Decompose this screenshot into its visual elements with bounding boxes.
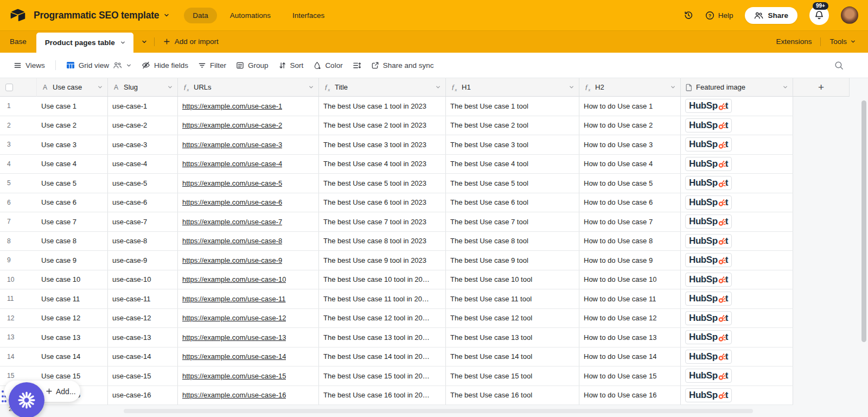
use-case-cell[interactable]: Use case 10 (37, 270, 108, 289)
row-number[interactable]: 10 (0, 270, 37, 289)
h2-cell[interactable]: How to do Use case 7 (579, 212, 681, 231)
slug-cell[interactable]: use-case-2 (108, 116, 178, 135)
slug-cell[interactable]: use-case-3 (108, 135, 178, 154)
url-link[interactable]: https://example.com/use-case-15 (182, 372, 286, 380)
h1-cell[interactable]: The best Use case 15 tool (446, 367, 579, 386)
use-case-cell[interactable]: Use case 1 (37, 97, 108, 116)
column-header-slug[interactable]: ASlug (108, 78, 178, 97)
attachment-thumbnail[interactable]: HubSpt (685, 137, 732, 151)
user-avatar[interactable] (841, 7, 858, 24)
title-cell[interactable]: The best Use case 8 tool in 2023 (319, 232, 446, 251)
featured-image-cell[interactable]: HubSpt (681, 328, 793, 347)
share-button[interactable]: Share (745, 7, 797, 24)
url-link[interactable]: https://example.com/use-case-9 (182, 256, 282, 264)
row-number[interactable]: 7 (0, 212, 37, 231)
slug-cell[interactable]: use-case-12 (108, 309, 178, 328)
url-link[interactable]: https://example.com/use-case-13 (182, 333, 286, 342)
h2-cell[interactable]: How to do Use case 11 (579, 289, 681, 308)
use-case-cell[interactable]: Use case 12 (37, 309, 108, 328)
h1-cell[interactable]: The best Use case 13 tool (446, 328, 579, 347)
h2-cell[interactable]: How to do Use case 16 (579, 386, 681, 405)
row-number[interactable]: 5 (0, 174, 37, 193)
featured-image-cell[interactable]: HubSpt (681, 135, 793, 154)
title-cell[interactable]: The best Use case 3 tool in 2023 (319, 135, 446, 154)
h2-cell[interactable]: How to do Use case 10 (579, 270, 681, 289)
title-cell[interactable]: The best Use case 11 tool in 20… (319, 289, 446, 308)
slug-cell[interactable]: use-case-10 (108, 270, 178, 289)
url-cell[interactable]: https://example.com/use-case-12 (178, 309, 319, 328)
featured-image-cell[interactable]: HubSpt (681, 116, 793, 135)
featured-image-cell[interactable]: HubSpt (681, 386, 793, 405)
h1-cell[interactable]: The best Use case 6 tool (446, 193, 579, 212)
url-cell[interactable]: https://example.com/use-case-2 (178, 116, 319, 135)
url-cell[interactable]: https://example.com/use-case-5 (178, 174, 319, 193)
title-cell[interactable]: The best Use case 15 tool in 20… (319, 367, 446, 386)
h1-cell[interactable]: The best Use case 3 tool (446, 135, 579, 154)
featured-image-cell[interactable]: HubSpt (681, 232, 793, 251)
title-cell[interactable]: The best Use case 5 tool in 2023 (319, 174, 446, 193)
sort-button[interactable]: Sort (273, 58, 309, 73)
attachment-thumbnail[interactable]: HubSpt (685, 214, 732, 229)
use-case-cell[interactable]: Use case 13 (37, 328, 108, 347)
views-sidebar-toggle[interactable]: Views (9, 58, 50, 73)
active-table-tab[interactable]: Product pages table (36, 33, 133, 53)
featured-image-cell[interactable]: HubSpt (681, 367, 793, 386)
hide-fields-button[interactable]: Hide fields (137, 58, 193, 73)
use-case-cell[interactable]: Use case 2 (37, 116, 108, 135)
row-number[interactable]: 11 (0, 289, 37, 308)
use-case-cell[interactable]: Use case 9 (37, 251, 108, 270)
h1-cell[interactable]: The best Use case 11 tool (446, 289, 579, 308)
tab-automations[interactable]: Automations (221, 8, 279, 23)
color-button[interactable]: Color (308, 58, 347, 73)
url-link[interactable]: https://example.com/use-case-5 (182, 179, 282, 187)
h1-cell[interactable]: The best Use case 16 tool (446, 386, 579, 405)
featured-image-cell[interactable]: HubSpt (681, 174, 793, 193)
title-cell[interactable]: The best Use case 10 tool in 20… (319, 270, 446, 289)
attachment-thumbnail[interactable]: HubSpt (685, 369, 732, 383)
title-cell[interactable]: The best Use case 4 tool in 2023 (319, 155, 446, 174)
slug-cell[interactable]: use-case-14 (108, 348, 178, 367)
h2-cell[interactable]: How to do Use case 9 (579, 251, 681, 270)
url-link[interactable]: https://example.com/use-case-4 (182, 160, 282, 168)
url-cell[interactable]: https://example.com/use-case-4 (178, 155, 319, 174)
url-link[interactable]: https://example.com/use-case-1 (182, 102, 282, 110)
h2-cell[interactable]: How to do Use case 1 (579, 97, 681, 116)
h2-cell[interactable]: How to do Use case 14 (579, 348, 681, 367)
base-title[interactable]: Programmatic SEO template (34, 10, 159, 21)
share-and-sync-button[interactable]: Share and sync (366, 58, 439, 73)
filter-button[interactable]: Filter (193, 58, 231, 73)
select-all-checkbox[interactable] (5, 84, 13, 91)
attachment-thumbnail[interactable]: HubSpt (685, 176, 732, 190)
featured-image-cell[interactable]: HubSpt (681, 348, 793, 367)
use-case-cell[interactable]: Use case 5 (37, 174, 108, 193)
slug-cell[interactable]: use-case-4 (108, 155, 178, 174)
h2-cell[interactable]: How to do Use case 4 (579, 155, 681, 174)
h2-cell[interactable]: How to do Use case 2 (579, 116, 681, 135)
slug-cell[interactable]: use-case-8 (108, 232, 178, 251)
attachment-thumbnail[interactable]: HubSpt (685, 350, 732, 364)
attachment-thumbnail[interactable]: HubSpt (685, 157, 732, 171)
url-cell[interactable]: https://example.com/use-case-8 (178, 232, 319, 251)
url-cell[interactable]: https://example.com/use-case-14 (178, 348, 319, 367)
featured-image-cell[interactable]: HubSpt (681, 97, 793, 116)
url-link[interactable]: https://example.com/use-case-16 (182, 391, 286, 399)
h2-cell[interactable]: How to do Use case 15 (579, 367, 681, 386)
h1-cell[interactable]: The best Use case 9 tool (446, 251, 579, 270)
row-number[interactable]: 9 (0, 251, 37, 270)
use-case-cell[interactable]: Use case 6 (37, 193, 108, 212)
help-button[interactable]: ? Help (705, 11, 733, 20)
slug-cell[interactable]: use-case-6 (108, 193, 178, 212)
slug-cell[interactable]: use-case-7 (108, 212, 178, 231)
h1-cell[interactable]: The best Use case 12 tool (446, 309, 579, 328)
row-number[interactable]: 1 (0, 97, 37, 116)
url-link[interactable]: https://example.com/use-case-7 (182, 218, 282, 226)
tools-button[interactable]: Tools (829, 37, 856, 46)
column-header-h1[interactable]: ƒxH1 (446, 78, 579, 97)
h2-cell[interactable]: How to do Use case 3 (579, 135, 681, 154)
attachment-thumbnail[interactable]: HubSpt (685, 195, 732, 210)
h2-cell[interactable]: How to do Use case 13 (579, 328, 681, 347)
horizontal-scrollbar[interactable] (124, 409, 753, 413)
h1-cell[interactable]: The best Use case 1 tool (446, 97, 579, 116)
featured-image-cell[interactable]: HubSpt (681, 251, 793, 270)
use-case-cell[interactable]: Use case 14 (37, 348, 108, 367)
